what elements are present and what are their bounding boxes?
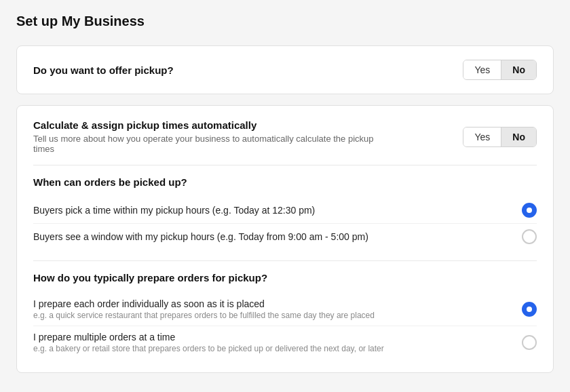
pickup-time-option-1[interactable]: Buyers pick a time within my pickup hour…: [33, 197, 537, 223]
prepare-option-2[interactable]: I prepare multiple orders at a time e.g.…: [33, 326, 537, 359]
prepare-radio-2[interactable]: [522, 335, 537, 350]
calculate-toggle-group: Yes No: [463, 127, 537, 147]
prepare-option-1[interactable]: I prepare each order individually as soo…: [33, 293, 537, 326]
prepare-option-1-sub: e.g. a quick service restaurant that pre…: [33, 311, 511, 320]
pickup-time-section: When can orders be picked up? Buyers pic…: [33, 176, 537, 250]
prepare-option-2-sub: e.g. a bakery or retail store that prepa…: [33, 344, 511, 353]
pickup-offer-card: Do you want to offer pickup? Yes No: [16, 45, 554, 94]
pickup-time-title: When can orders be picked up?: [33, 176, 537, 188]
divider-1: [33, 165, 537, 165]
pickup-time-option-1-main: Buyers pick a time within my pickup hour…: [33, 205, 511, 216]
pickup-offer-no-button[interactable]: No: [501, 60, 536, 79]
calculate-sublabel: Tell us more about how you operate your …: [33, 134, 386, 154]
prepare-section: How do you typically prepare orders for …: [33, 272, 537, 359]
divider-2: [33, 260, 537, 261]
calculate-label: Calculate & assign pickup times automati…: [33, 119, 386, 131]
pickup-time-radio-2[interactable]: [522, 229, 537, 244]
calculate-yes-button[interactable]: Yes: [463, 128, 501, 146]
pickup-offer-yes-button[interactable]: Yes: [463, 60, 501, 79]
prepare-option-2-main: I prepare multiple orders at a time: [33, 332, 511, 342]
pickup-offer-label: Do you want to offer pickup?: [33, 64, 174, 76]
calculate-card: Calculate & assign pickup times automati…: [16, 105, 554, 373]
pickup-time-radio-1[interactable]: [522, 203, 537, 218]
prepare-radio-1[interactable]: [522, 302, 537, 317]
pickup-time-option-2-main: Buyers see a window with my pickup hours…: [33, 231, 511, 242]
calculate-no-button[interactable]: No: [501, 128, 536, 146]
prepare-option-1-main: I prepare each order individually as soo…: [33, 298, 511, 309]
prepare-title: How do you typically prepare orders for …: [33, 272, 537, 283]
pickup-offer-toggle-group: Yes No: [463, 60, 537, 80]
page-title: Set up My Business: [16, 14, 554, 29]
pickup-time-option-2[interactable]: Buyers see a window with my pickup hours…: [33, 223, 537, 250]
